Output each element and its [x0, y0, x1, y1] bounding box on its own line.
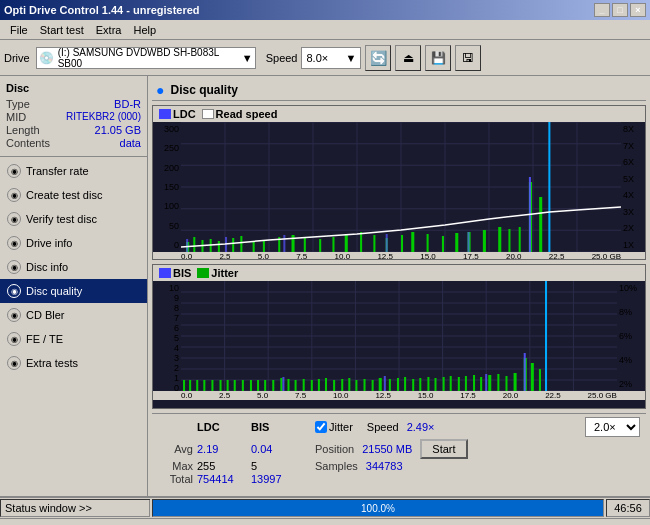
- sidebar-item-verify-test-disc[interactable]: ◉ Verify test disc: [0, 207, 147, 231]
- menu-start-test[interactable]: Start test: [34, 22, 90, 38]
- svg-rect-114: [505, 376, 507, 391]
- y-right-4x: 4X: [623, 190, 643, 200]
- main-layout: Disc Type BD-R MID RITEKBR2 (000) Length…: [0, 76, 650, 496]
- extra-tests-icon: ◉: [6, 355, 22, 371]
- svg-rect-97: [372, 380, 374, 391]
- speed-select[interactable]: 8.0× ▼: [301, 47, 361, 69]
- top-chart-x-labels: 0.0 2.5 5.0 7.5 10.0 12.5 15.0 17.5 20.0…: [153, 252, 645, 260]
- time-display: 46:56: [606, 499, 650, 517]
- y-right-2x: 2X: [623, 223, 643, 233]
- svg-rect-80: [242, 380, 244, 391]
- svg-rect-72: [183, 380, 185, 391]
- svg-rect-20: [218, 241, 220, 252]
- svg-rect-112: [488, 375, 491, 391]
- jitter-legend-color: [197, 268, 209, 278]
- time-value: 46:56: [614, 502, 642, 514]
- nav-label: Create test disc: [26, 189, 102, 201]
- bottom-chart-svg-container: [181, 281, 617, 391]
- nav-label: Disc info: [26, 261, 68, 273]
- svg-rect-36: [427, 234, 429, 252]
- svg-rect-100: [397, 378, 399, 391]
- sidebar-item-transfer-rate[interactable]: ◉ Transfer rate: [0, 159, 147, 183]
- svg-rect-42: [539, 197, 542, 252]
- nav-label: CD Bler: [26, 309, 65, 321]
- nav-label: Extra tests: [26, 357, 78, 369]
- svg-rect-29: [332, 237, 334, 252]
- menu-help[interactable]: Help: [127, 22, 162, 38]
- toolbar: Drive 💿 (I:) SAMSUNG DVDWBD SH-B083L SB0…: [0, 40, 650, 76]
- svg-rect-27: [304, 238, 306, 252]
- top-chart-svg-container: [181, 122, 621, 252]
- jitter-legend-label: Jitter: [211, 267, 238, 279]
- svg-rect-108: [458, 377, 460, 391]
- y-right-3x: 3X: [623, 207, 643, 217]
- bottom-chart-y-labels: 10 9 8 7 6 5 4 3 2 1 0: [153, 281, 181, 391]
- svg-rect-44: [508, 229, 510, 252]
- svg-rect-118: [539, 369, 541, 391]
- svg-rect-99: [389, 379, 391, 391]
- disc-length-row: Length 21.05 GB: [6, 124, 141, 136]
- media-btn[interactable]: 💾: [425, 45, 451, 71]
- save-btn[interactable]: 🖫: [455, 45, 481, 71]
- menu-bar: File Start test Extra Help: [0, 20, 650, 40]
- minimize-btn[interactable]: _: [594, 3, 610, 17]
- sidebar-item-drive-info[interactable]: ◉ Drive info: [0, 231, 147, 255]
- drive-dropdown-arrow[interactable]: ▼: [242, 52, 253, 64]
- svg-rect-75: [203, 380, 205, 391]
- bottom-chart: BIS Jitter 10 9 8 7 6 5 4 3 2: [152, 264, 646, 409]
- drive-select[interactable]: 💿 (I:) SAMSUNG DVDWBD SH-B083L SB00 ▼: [36, 47, 256, 69]
- svg-rect-107: [450, 376, 452, 391]
- sidebar-item-cd-bler[interactable]: ◉ CD Bler: [0, 303, 147, 327]
- menu-extra[interactable]: Extra: [90, 22, 128, 38]
- avg-bis: 0.04: [251, 443, 301, 455]
- verify-test-disc-icon: ◉: [6, 211, 22, 227]
- sidebar-item-disc-info[interactable]: ◉ Disc info: [0, 255, 147, 279]
- progress-fill: 100.0%: [153, 500, 603, 516]
- sidebar-item-create-test-disc[interactable]: ◉ Create test disc: [0, 183, 147, 207]
- y-label-100: 100: [155, 201, 179, 211]
- disc-type-row: Type BD-R: [6, 98, 141, 110]
- svg-rect-45: [519, 227, 521, 252]
- ldc-legend: LDC: [159, 108, 196, 120]
- stats-area: LDC BIS Jitter Speed 2.49× 2.0× Avg 2.19…: [152, 413, 646, 488]
- svg-rect-30: [345, 234, 348, 252]
- menu-file[interactable]: File: [4, 22, 34, 38]
- svg-rect-109: [465, 376, 467, 391]
- svg-rect-28: [319, 239, 321, 252]
- svg-rect-21: [232, 238, 234, 252]
- svg-rect-115: [514, 373, 517, 391]
- disc-section-label: Disc: [0, 80, 147, 96]
- svg-rect-82: [257, 380, 259, 391]
- status-window-label: Status window >>: [5, 502, 92, 514]
- zoom-select[interactable]: 2.0×: [585, 417, 640, 437]
- nav-label: Disc quality: [26, 285, 82, 297]
- start-button[interactable]: Start: [420, 439, 467, 459]
- status-window-btn[interactable]: Status window >>: [0, 499, 150, 517]
- nav-label: Drive info: [26, 237, 72, 249]
- svg-rect-87: [295, 380, 297, 391]
- jitter-checkbox[interactable]: [315, 421, 327, 433]
- sidebar-item-extra-tests[interactable]: ◉ Extra tests: [0, 351, 147, 375]
- drive-info-icon: ◉: [6, 235, 22, 251]
- maximize-btn[interactable]: □: [612, 3, 628, 17]
- sidebar-item-disc-quality[interactable]: ◉ Disc quality: [0, 279, 147, 303]
- avg-row: Avg 2.19 0.04 Position 21550 MB Start: [158, 439, 640, 459]
- window-controls[interactable]: _ □ ×: [594, 3, 646, 17]
- sidebar-item-fe-te[interactable]: ◉ FE / TE: [0, 327, 147, 351]
- readspeed-legend-color: [202, 109, 214, 119]
- max-bis: 5: [251, 460, 301, 472]
- top-chart-y-labels: 300 250 200 150 100 50 0: [153, 122, 181, 252]
- svg-rect-111: [480, 377, 482, 391]
- bis-legend-label: BIS: [173, 267, 191, 279]
- cd-bler-icon: ◉: [6, 307, 22, 323]
- eject-btn[interactable]: ⏏: [395, 45, 421, 71]
- svg-rect-79: [234, 380, 236, 391]
- chart-header-icon: ●: [156, 82, 164, 98]
- jitter-label: Jitter: [329, 421, 353, 433]
- refresh-btn[interactable]: 🔄: [365, 45, 391, 71]
- close-btn[interactable]: ×: [630, 3, 646, 17]
- title-bar: Opti Drive Control 1.44 - unregistered _…: [0, 0, 650, 20]
- svg-rect-95: [355, 380, 357, 391]
- disc-info-icon: ◉: [6, 259, 22, 275]
- speed-dropdown-arrow[interactable]: ▼: [346, 52, 357, 64]
